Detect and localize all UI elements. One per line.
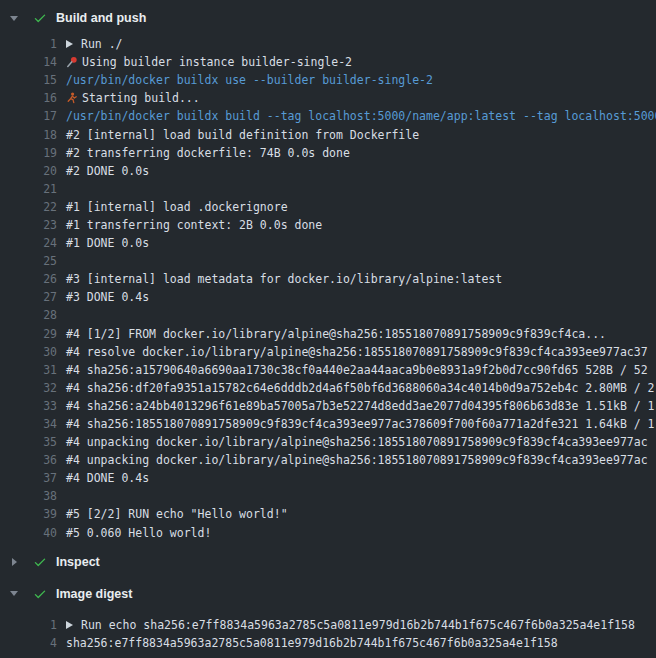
log-line: 16Starting build... — [0, 89, 656, 107]
line-number[interactable]: 17 — [0, 109, 57, 123]
line-number[interactable]: 27 — [0, 290, 57, 304]
pushpin-icon — [66, 56, 78, 68]
log-text-content: #4 sha256:185518070891758909c9f839cf4ca3… — [66, 417, 655, 431]
log-line: 21 — [0, 180, 656, 198]
log-text: #3 [internal] load metadata for docker.i… — [57, 272, 502, 286]
play-icon[interactable] — [66, 40, 73, 48]
line-number[interactable]: 28 — [0, 308, 57, 322]
log-line: 34#4 sha256:185518070891758909c9f839cf4c… — [0, 415, 656, 433]
log-text-content: #4 sha256:df20fa9351a15782c64e6dddb2d4a6… — [66, 381, 655, 395]
line-number[interactable]: 4 — [0, 636, 57, 650]
log-line: 24#1 DONE 0.0s — [0, 234, 656, 252]
line-number[interactable]: 1 — [0, 618, 57, 632]
line-number[interactable]: 30 — [0, 345, 57, 359]
log-line: 37#4 DONE 0.4s — [0, 469, 656, 487]
line-number[interactable]: 34 — [0, 417, 57, 431]
log-text-content: #4 sha256:a24bb4013296f61e89ba57005a7b3e… — [66, 399, 655, 413]
line-number[interactable]: 19 — [0, 146, 57, 160]
log-text: /usr/bin/docker buildx use --builder bui… — [57, 73, 433, 87]
line-number[interactable]: 16 — [0, 91, 57, 105]
log-text: #5 [2/2] RUN echo "Hello world!" — [57, 507, 288, 521]
section-title: Build and push — [56, 11, 146, 25]
line-number[interactable]: 35 — [0, 435, 57, 449]
workflow-log-viewer: Build and push1Run ./14Using builder ins… — [0, 0, 656, 658]
line-number[interactable]: 39 — [0, 507, 57, 521]
log-line: 31#4 sha256:a15790640a6690aa1730c38cf0a4… — [0, 361, 656, 379]
log-text-content: Starting build... — [82, 91, 200, 105]
log-text-content: #3 [internal] load metadata for docker.i… — [66, 272, 502, 286]
log-text: #1 transferring context: 2B 0.0s done — [57, 218, 322, 232]
section-image-digest: Image digest1Run echo sha256:e7ff8834a59… — [0, 582, 656, 652]
log-line: 18#2 [internal] load build definition fr… — [0, 125, 656, 143]
section-inspect: Inspect — [0, 550, 656, 574]
line-number[interactable]: 15 — [0, 73, 57, 87]
runner-icon — [66, 92, 78, 104]
log-text-content: #4 [1/2] FROM docker.io/library/alpine@s… — [66, 327, 606, 341]
line-number[interactable]: 33 — [0, 399, 57, 413]
line-number[interactable]: 22 — [0, 200, 57, 214]
line-number[interactable]: 14 — [0, 55, 57, 69]
log-line: 30#4 resolve docker.io/library/alpine@sh… — [0, 343, 656, 361]
chevron-down-icon[interactable] — [9, 16, 19, 21]
line-number[interactable]: 32 — [0, 381, 57, 395]
log-text-content: #2 [internal] load build definition from… — [66, 128, 419, 142]
line-number[interactable]: 21 — [0, 182, 57, 196]
log-line: 26#3 [internal] load metadata for docker… — [0, 270, 656, 288]
section-header-image-digest[interactable]: Image digest — [0, 582, 656, 606]
log-text: sha256:e7ff8834a5963a2785c5a0811e979d16b… — [57, 636, 558, 650]
log-text: #4 sha256:a24bb4013296f61e89ba57005a7b3e… — [57, 399, 655, 413]
line-number[interactable]: 25 — [0, 254, 57, 268]
log-text: #2 transferring dockerfile: 74B 0.0s don… — [57, 146, 350, 160]
log-text: #2 DONE 0.0s — [57, 164, 149, 178]
log-text-content: #4 unpacking docker.io/library/alpine@sh… — [66, 453, 648, 467]
log-text-content: Run echo sha256:e7ff8834a5963a2785c5a081… — [81, 618, 635, 632]
section-header-inspect[interactable]: Inspect — [0, 550, 656, 574]
chevron-right-icon[interactable] — [9, 558, 19, 566]
log-line: 32#4 sha256:df20fa9351a15782c64e6dddb2d4… — [0, 379, 656, 397]
log-line: 19#2 transferring dockerfile: 74B 0.0s d… — [0, 144, 656, 162]
log-text: #2 [internal] load build definition from… — [57, 128, 419, 142]
chevron-down-icon[interactable] — [9, 591, 19, 596]
log-text: #4 unpacking docker.io/library/alpine@sh… — [57, 435, 648, 449]
log-text-content: /usr/bin/docker buildx build --tag local… — [66, 109, 656, 123]
log-line: 27#3 DONE 0.4s — [0, 288, 656, 306]
log-line: 15/usr/bin/docker buildx use --builder b… — [0, 71, 656, 89]
log-text-content: #1 [internal] load .dockerignore — [66, 200, 288, 214]
line-number[interactable]: 31 — [0, 363, 57, 377]
play-icon[interactable] — [66, 621, 73, 629]
log-line: 17/usr/bin/docker buildx build --tag loc… — [0, 107, 656, 125]
line-number[interactable]: 36 — [0, 453, 57, 467]
log-text: #4 sha256:df20fa9351a15782c64e6dddb2d4a6… — [57, 381, 655, 395]
line-number[interactable]: 24 — [0, 236, 57, 250]
line-number[interactable]: 1 — [0, 37, 57, 51]
log-text-content: #4 sha256:a15790640a6690aa1730c38cf0a440… — [66, 363, 648, 377]
log-text: Starting build... — [57, 91, 200, 105]
log-line: 20#2 DONE 0.0s — [0, 162, 656, 180]
check-success-icon — [33, 555, 47, 569]
line-number[interactable]: 20 — [0, 164, 57, 178]
log-text: /usr/bin/docker buildx build --tag local… — [57, 109, 656, 123]
section-header-build-and-push[interactable]: Build and push — [0, 6, 656, 30]
line-number[interactable]: 40 — [0, 526, 57, 540]
log-text: #4 unpacking docker.io/library/alpine@sh… — [57, 453, 648, 467]
log-line: 22#1 [internal] load .dockerignore — [0, 198, 656, 216]
log-line: 36#4 unpacking docker.io/library/alpine@… — [0, 451, 656, 469]
line-number[interactable]: 38 — [0, 489, 57, 503]
log-text: Run echo sha256:e7ff8834a5963a2785c5a081… — [57, 618, 635, 632]
line-number[interactable]: 18 — [0, 128, 57, 142]
log-text: #3 DONE 0.4s — [57, 290, 149, 304]
line-number[interactable]: 23 — [0, 218, 57, 232]
log-line: 40#5 0.060 Hello world! — [0, 524, 656, 542]
log-text: #4 [1/2] FROM docker.io/library/alpine@s… — [57, 327, 606, 341]
log-line: 29#4 [1/2] FROM docker.io/library/alpine… — [0, 325, 656, 343]
log-text: #4 sha256:a15790640a6690aa1730c38cf0a440… — [57, 363, 648, 377]
line-number[interactable]: 37 — [0, 471, 57, 485]
section-build-and-push: Build and push1Run ./14Using builder ins… — [0, 6, 656, 542]
log-text: Run ./ — [57, 37, 123, 51]
line-number[interactable]: 29 — [0, 327, 57, 341]
section-title: Inspect — [56, 555, 100, 569]
log-line: 23#1 transferring context: 2B 0.0s done — [0, 216, 656, 234]
line-number[interactable]: 26 — [0, 272, 57, 286]
log-line: 33#4 sha256:a24bb4013296f61e89ba57005a7b… — [0, 397, 656, 415]
log-line: 1Run echo sha256:e7ff8834a5963a2785c5a08… — [0, 616, 656, 634]
